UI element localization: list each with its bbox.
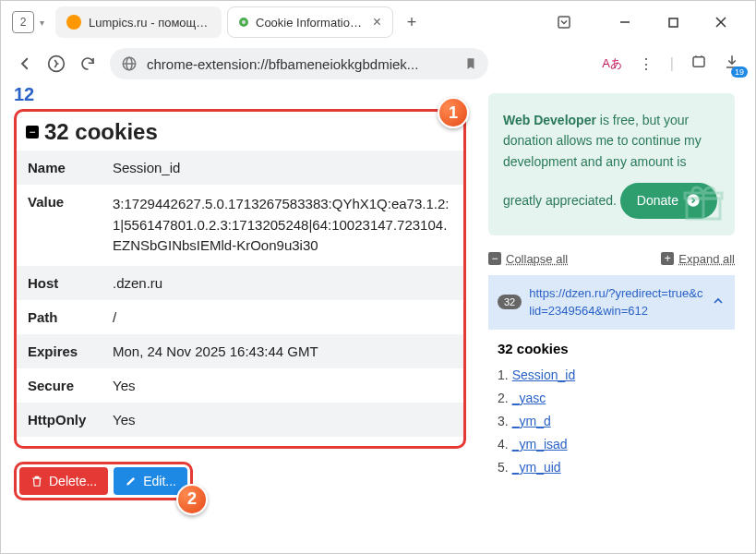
table-row: NameSession_id bbox=[17, 151, 463, 185]
cookie-link[interactable]: Session_id bbox=[512, 367, 576, 382]
site-info-icon[interactable] bbox=[121, 55, 138, 72]
menu-kebab-icon[interactable]: ⋮ bbox=[639, 55, 654, 73]
tab-title: Lumpics.ru - помощь с ком bbox=[89, 16, 210, 30]
tab-count-badge[interactable]: 2 bbox=[12, 11, 34, 33]
donate-bold-text: Web Developer bbox=[503, 113, 596, 127]
sidebar-column: Web Developer is free, but your donation… bbox=[479, 84, 755, 553]
extensions-icon[interactable] bbox=[690, 54, 707, 74]
tab-group: 2 ▾ Lumpics.ru - помощь с ком Cookie Inf… bbox=[5, 1, 425, 43]
close-window-button[interactable] bbox=[707, 8, 735, 36]
collapse-all-button[interactable]: − Collapse all bbox=[488, 252, 568, 266]
list-item: 2._yasc bbox=[498, 387, 726, 410]
cookie-link[interactable]: _ym_uid bbox=[512, 460, 561, 475]
cookie-link[interactable]: _ym_isad bbox=[512, 437, 568, 452]
maximize-button[interactable] bbox=[659, 8, 687, 36]
action-buttons-row: Delete... Edit... 2 bbox=[14, 462, 466, 500]
cookie-list-title: 32 cookies bbox=[498, 341, 726, 356]
window-titlebar: 2 ▾ Lumpics.ru - помощь с ком Cookie Inf… bbox=[1, 1, 755, 43]
cookie-link[interactable]: _yasc bbox=[512, 391, 546, 405]
separator: | bbox=[670, 55, 674, 72]
trash-icon bbox=[30, 475, 43, 488]
tab-cookie-info[interactable]: Cookie Information from × bbox=[227, 6, 393, 38]
expand-all-button[interactable]: + Expand all bbox=[661, 252, 735, 266]
notifications-badge: 19 bbox=[731, 66, 748, 78]
cookie-details-panel: 1 − 32 cookies NameSession_id Value3:172… bbox=[14, 109, 466, 449]
main-column: 12 1 − 32 cookies NameSession_id Value3:… bbox=[1, 84, 479, 553]
table-row: ExpiresMon, 24 Nov 2025 16:43:44 GMT bbox=[17, 334, 463, 368]
donate-card: Web Developer is free, but your donation… bbox=[488, 93, 735, 235]
cookie-count-badge: 32 bbox=[498, 295, 522, 309]
svg-rect-9 bbox=[693, 57, 704, 67]
tab-dropdown-caret[interactable]: ▾ bbox=[40, 18, 44, 28]
table-row: Value3:1729442627.5.0.1713267583383:QYhX… bbox=[17, 185, 463, 266]
minus-square-icon: − bbox=[488, 252, 501, 265]
callout-badge-2: 2 bbox=[176, 484, 208, 515]
chevron-up-icon[interactable] bbox=[711, 294, 726, 311]
translate-icon[interactable]: Aあ bbox=[602, 55, 622, 72]
section-number: 12 bbox=[14, 84, 466, 105]
cookie-link[interactable]: _ym_d bbox=[512, 414, 551, 428]
tab-lumpics[interactable]: Lumpics.ru - помощь с ком bbox=[55, 6, 222, 38]
tab-overview-icon[interactable] bbox=[556, 14, 572, 30]
cookie-details-table: NameSession_id Value3:1729442627.5.0.171… bbox=[17, 151, 463, 437]
table-row: SecureYes bbox=[17, 368, 463, 403]
svg-rect-0 bbox=[558, 17, 570, 28]
collapse-section-icon[interactable]: − bbox=[26, 126, 39, 138]
table-row: Host.dzen.ru bbox=[17, 266, 463, 300]
svg-rect-2 bbox=[669, 18, 678, 27]
cookie-list: 1.Session_id 2._yasc 3._ym_d 4._ym_isad … bbox=[498, 364, 726, 480]
url-panel[interactable]: 32 https://dzen.ru/?yredirect=true&clid=… bbox=[488, 275, 735, 330]
downloads-icon[interactable]: 19 bbox=[724, 54, 740, 74]
page-content: 12 1 − 32 cookies NameSession_id Value3:… bbox=[1, 84, 755, 553]
edit-button[interactable]: Edit... bbox=[114, 467, 187, 495]
close-tab-icon[interactable]: × bbox=[373, 15, 381, 30]
gift-icon bbox=[681, 180, 726, 224]
url-text: chrome-extension://bfbameneiokkgbdmiek..… bbox=[147, 56, 455, 72]
plus-square-icon: + bbox=[661, 252, 674, 265]
table-row: Path/ bbox=[17, 300, 463, 334]
favicon-extension bbox=[239, 18, 248, 27]
minimize-button[interactable] bbox=[611, 8, 639, 36]
new-tab-button[interactable]: + bbox=[399, 9, 425, 35]
list-item: 5._ym_uid bbox=[498, 456, 726, 479]
list-item: 3._ym_d bbox=[498, 410, 726, 433]
cookie-section-title: 32 cookies bbox=[44, 119, 158, 145]
list-item: 1.Session_id bbox=[498, 364, 726, 387]
list-item: 4._ym_isad bbox=[498, 433, 726, 456]
sidebar-controls: − Collapse all + Expand all bbox=[488, 252, 735, 266]
window-controls bbox=[556, 8, 751, 36]
tab-title: Cookie Information from bbox=[256, 16, 366, 30]
table-row: HttpOnlyYes bbox=[17, 403, 463, 437]
back-button[interactable] bbox=[16, 54, 34, 73]
yandex-home-icon[interactable] bbox=[47, 54, 66, 73]
reload-button[interactable] bbox=[78, 54, 97, 73]
pencil-icon bbox=[125, 475, 138, 488]
callout-badge-1: 1 bbox=[438, 97, 469, 128]
bookmark-icon[interactable] bbox=[464, 56, 477, 71]
delete-button[interactable]: Delete... bbox=[19, 467, 108, 495]
cookie-list-section: 32 cookies 1.Session_id 2._yasc 3._ym_d … bbox=[488, 330, 735, 480]
url-field[interactable]: chrome-extension://bfbameneiokkgbdmiek..… bbox=[110, 48, 488, 79]
favicon-lumpics bbox=[66, 15, 81, 30]
url-link: https://dzen.ru/?yredirect=true&clid=234… bbox=[529, 284, 703, 320]
address-bar: chrome-extension://bfbameneiokkgbdmiek..… bbox=[1, 43, 755, 84]
